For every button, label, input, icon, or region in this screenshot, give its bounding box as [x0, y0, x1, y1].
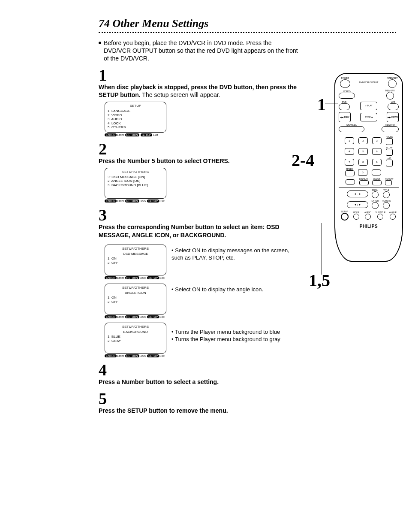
pill-return: RETURN: [125, 133, 139, 136]
pill-return: RETURN: [125, 200, 139, 203]
menu3a-item: 2. OFF: [108, 261, 163, 265]
audio-button-icon: [365, 214, 371, 220]
menu2-title: SETUP/OTHERS: [108, 170, 163, 174]
lbl-enter: Enter: [117, 200, 124, 203]
step-4-number: 4: [99, 362, 300, 378]
menu2-footer: ENTEREnter RETURNBack SETUPExit: [105, 200, 300, 203]
step-1-rest: The setup screen will appear.: [141, 91, 220, 98]
lbl-exit: Exit: [159, 315, 165, 318]
menu3c-item: 2. GRAY: [108, 339, 163, 343]
num-3-icon: 3: [372, 137, 382, 144]
ffwd-button-icon: ▶▶ F.FWD: [387, 112, 399, 122]
setup-menu-box: SETUP 1. LANGUAGE 2. VIDEO 3. AUDIO 4. L…: [105, 102, 166, 133]
lbl-enter: Enter: [117, 276, 124, 279]
step-5-bold: Press the SETUP button to remove the men…: [99, 407, 228, 414]
openset-button-icon: [388, 79, 397, 88]
pill-enter: ENTER: [105, 200, 117, 203]
channel-button-icon: [339, 126, 364, 132]
menu3c-footer: ENTEREnter RETURNBack SETUPExit: [105, 354, 166, 357]
lbl-back: Back: [140, 200, 147, 203]
nav-up-icon: ◄ · ►: [347, 190, 368, 197]
intro-text: Before you begin, place the DVD/VCR in D…: [99, 39, 300, 63]
menu3a-footer: ENTEREnter RETURNBack SETUPExit: [105, 276, 166, 279]
r-lbl-stop: STOP ■: [365, 116, 373, 118]
menu1-item: 3. AUDIO: [108, 117, 163, 121]
page-title: 74 Other Menu Settings: [99, 17, 396, 30]
enter-button-icon: [372, 202, 379, 209]
angle-button-icon: [390, 214, 396, 220]
r-lbl-setup: SETUP: [340, 211, 349, 213]
r-lbl-memory: MEMORY: [382, 90, 399, 92]
step-5-text: Press the SETUP button to remove the men…: [99, 407, 300, 415]
r-lbl-title: TITLE: [382, 189, 391, 191]
r-lbl-repeat: REPEAT: [385, 178, 392, 180]
menu3b-footer: ENTEREnter RETURNBack SETUPExit: [105, 315, 166, 318]
num-6-icon: 6: [372, 148, 382, 155]
pill-enter: ENTER: [105, 315, 117, 318]
pill-enter: ENTER: [105, 276, 117, 279]
power-button-icon: [340, 79, 350, 88]
pill-return: RETURN: [125, 315, 139, 318]
slow-button-icon: [386, 149, 393, 156]
num-0-icon: 0: [358, 169, 367, 176]
menu3a-title: SETUP/OTHERS: [108, 247, 163, 251]
pill-enter: ENTER: [105, 133, 117, 136]
num-7-icon: 7: [345, 159, 354, 166]
menu3a-annot: • Select ON to display messages on the s…: [171, 247, 300, 262]
r-lbl-audio: AUDIO: [364, 212, 372, 214]
callout-1-5: 1,5: [309, 270, 330, 290]
pill-return: RETURN: [125, 276, 139, 279]
dvd-button-icon: [339, 103, 350, 110]
clear-button-icon: [372, 180, 382, 185]
lbl-exit: Exit: [153, 133, 158, 136]
speed-button-icon: [345, 170, 355, 176]
step-3-number: 3: [99, 207, 300, 223]
vcr-button-icon: [388, 103, 399, 110]
menu3c-title: SETUP/OTHERS: [108, 325, 163, 329]
pill-setup: SETUP: [147, 276, 159, 279]
r-lbl-return: RETURN: [382, 200, 391, 202]
menu3c-annot1: Turns the Player menu background to blue: [175, 329, 280, 335]
lbl-back: Back: [140, 315, 147, 318]
r-lbl-menu: MENU: [371, 189, 379, 191]
osd-menu-box: SETUP/OTHERS OSD MESSAGE 1. ON 2. OFF: [105, 245, 166, 275]
pill-enter: ENTER: [105, 354, 117, 357]
r-lbl-play: ▷ PLAY: [365, 105, 373, 107]
pill-return: RETURN: [125, 354, 139, 357]
step-2-text: Press the Number 5 button to select OTHE…: [99, 157, 300, 165]
menu3b-item: 2. OFF: [108, 300, 163, 304]
lbl-back: Back: [140, 276, 147, 279]
dotted-rule: [99, 32, 396, 33]
menu3a-annot-text: Select ON to display messages on the scr…: [171, 247, 289, 261]
brand-label: PHILIPS: [339, 224, 399, 229]
lbl-enter: Enter: [117, 133, 124, 136]
r-lbl-mode: MODE: [352, 212, 361, 214]
menu1-footer: ENTEREnter RETURN SETUPExit: [105, 133, 300, 136]
display-button-icon: [359, 180, 369, 185]
lbl-exit: Exit: [159, 200, 165, 203]
callout-2-4: 2-4: [292, 150, 314, 170]
menu3b-item: 1. ON: [108, 296, 163, 300]
menu2-item: ☞ OSD MESSAGE [ON]: [108, 175, 163, 179]
nav-down-icon: ◄ | ►: [347, 201, 368, 208]
menu3c-annot: • Turns the Player menu background to bl…: [171, 329, 300, 343]
pause-button-icon: [386, 138, 393, 145]
menu3a-sub: OSD MESSAGE: [108, 252, 163, 256]
r-lbl-slow: SLOW: [386, 147, 393, 149]
rew-button-icon: ◀◀ REW: [339, 112, 351, 122]
lbl-exit: Exit: [159, 276, 165, 279]
remote-control: POWER DVD/VCR OUTPUT OPEN/SET VCR/TV MEM…: [334, 73, 403, 262]
r-lbl-output: DVD/VCR OUTPUT: [358, 82, 379, 84]
num-9-icon: 9: [372, 159, 382, 166]
menu-button-icon: [372, 191, 379, 198]
subtitle-button-icon: [377, 214, 383, 220]
menu3b-annot: • Select ON to display the angle icon.: [171, 286, 300, 293]
lbl-enter: Enter: [117, 354, 124, 357]
lbl-back: Back: [140, 354, 147, 357]
background-menu-box: SETUP/OTHERS BACKGROUND 1. BLUE 2. GRAY: [105, 323, 166, 354]
pill-setup: SETUP: [147, 354, 159, 357]
play-button-icon: ▷ PLAY: [360, 102, 377, 110]
r-lbl-rew: ◀◀ REW: [340, 116, 349, 118]
r-lbl-ffwd: ▶▶ F.FWD: [388, 116, 398, 118]
return-button-icon: [383, 202, 390, 209]
